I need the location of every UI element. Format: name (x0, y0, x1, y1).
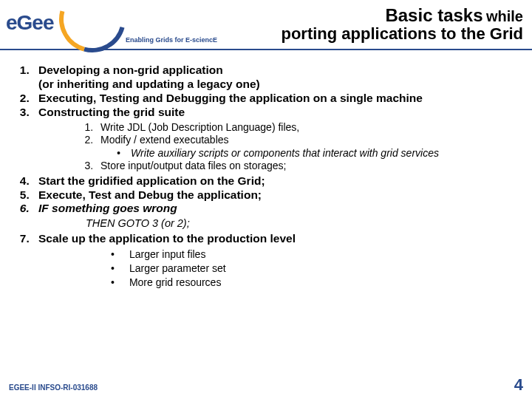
egee-logo: eGee (0, 0, 126, 50)
item-3-sublist: Write JDL (Job Description Language) fil… (96, 121, 528, 173)
item-3-2a: Write auxiliary scripts or components th… (117, 147, 528, 160)
tagline-text: Enabling Grids for E-sciencE (126, 36, 217, 44)
title-while: while (486, 8, 523, 24)
item-7a: Larger input files (111, 248, 528, 262)
item-5: Execute, Test and Debug the application; (33, 188, 528, 202)
logo-arc-blue-icon (47, 0, 138, 64)
item-3-2-bullets: Write auxiliary scripts or components th… (117, 147, 528, 160)
title-main: Basic tasks (385, 5, 482, 25)
item-6-then: THEN GOTO 3 (or 2); (86, 217, 528, 231)
item-3-2: Modify / extend executables Write auxili… (96, 134, 528, 160)
item-3-text: Constructing the grid suite (38, 106, 185, 118)
slide-header: eGee Enabling Grids for E-sciencE Basic … (0, 0, 532, 50)
item-1-text: Developing a non-grid application (38, 64, 223, 76)
item-6-text: IF something goes wrong (38, 202, 177, 214)
item-7b: Larger parameter set (111, 262, 528, 276)
item-1: Developing a non-grid application (or in… (33, 64, 528, 92)
slide-footer: EGEE-II INFSO-RI-031688 4 (0, 375, 532, 395)
item-6: IF something goes wrong THEN GOTO 3 (or … (33, 202, 528, 231)
item-7c: More grid resources (111, 276, 528, 290)
item-3-2-text: Modify / extend executables (100, 134, 229, 146)
title-sub: porting applications to the Grid (251, 24, 523, 44)
item-7-text: Scale up the application to the producti… (38, 232, 296, 245)
logo-text: eGee (6, 11, 54, 35)
main-list: Developing a non-grid application (or in… (33, 64, 528, 290)
item-3-1: Write JDL (Job Description Language) fil… (96, 121, 528, 134)
item-1-note: (or inheriting and updating a legacy one… (38, 78, 260, 90)
item-4: Start the gridified application on the G… (33, 174, 528, 188)
slide-title: Basic tasks while porting applications t… (251, 5, 532, 44)
tagline-area: Enabling Grids for E-sciencE (126, 0, 251, 50)
page-number: 4 (514, 375, 523, 395)
item-3: Constructing the grid suite Write JDL (J… (33, 106, 528, 173)
item-7: Scale up the application to the producti… (33, 232, 528, 290)
item-2: Executing, Testing and Debugging the app… (33, 92, 528, 106)
footer-id: EGEE-II INFSO-RI-031688 (9, 383, 98, 392)
item-3-3: Store input/output data files on storage… (96, 160, 528, 173)
item-7-bullets: Larger input files Larger parameter set … (111, 248, 528, 290)
